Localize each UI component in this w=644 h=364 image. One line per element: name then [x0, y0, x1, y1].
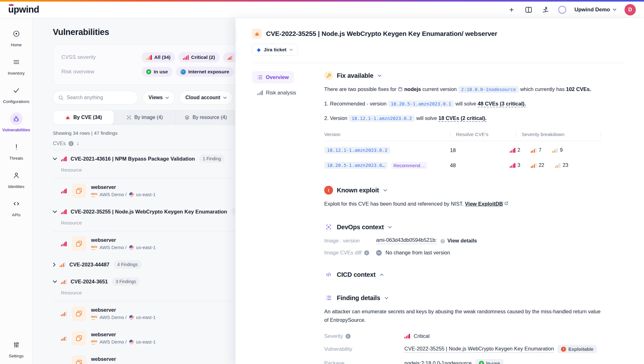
sliders-icon	[10, 338, 23, 351]
col-header-version: Version	[324, 132, 450, 137]
exploitable-badge: Exploitable	[558, 345, 597, 353]
fix-version-chip[interactable]: 18.20.5-1.amzn2023.0.1	[388, 100, 454, 107]
views-dropdown[interactable]: Views	[142, 91, 175, 105]
devops-context-header[interactable]: DevOps context	[324, 223, 613, 231]
version-chip[interactable]: 18.20.5-1.amzn2023.0…	[324, 162, 387, 169]
resource-row[interactable]: webserver awsAWS Demo /us-east-1	[53, 301, 235, 326]
info-icon[interactable]	[69, 141, 74, 146]
sidebar: Home Inventory Configurations Vulnerabil…	[0, 18, 33, 364]
tab-overview[interactable]: Overview	[252, 71, 294, 83]
sidebar-item-settings[interactable]: Settings	[2, 338, 31, 358]
sidebar-item-home[interactable]: Home	[2, 27, 31, 47]
code-brackets-icon	[10, 197, 23, 210]
vulnerability-link[interactable]: CVE-2022-35255 | Node.js WebCrypto Keyge…	[404, 346, 554, 353]
finding-count-badge: 4 Findings	[114, 260, 142, 269]
sidebar-item-identities[interactable]: Identities	[2, 169, 31, 189]
tab-by-cve[interactable]: By CVE (34)	[53, 111, 114, 124]
cves-column-label: CVEs	[53, 141, 66, 146]
results-summary: Showing 34 rows | 47 findings	[53, 130, 235, 136]
known-exploit-section: ! Known exploit Exploit for this CVE has…	[324, 186, 613, 208]
severity-bars-critical-icon	[510, 163, 515, 168]
devops-context-section: DevOps context Image : version ami-063d4…	[324, 223, 613, 256]
cves-solved-link[interactable]: 18 CVEs (2 critical).	[438, 115, 486, 122]
finding-details-header[interactable]: Finding details	[324, 293, 613, 302]
cve-row[interactable]: CVE-2021-43616 | NPM Bypass Package Vali…	[53, 150, 235, 167]
target-icon: ◎	[441, 238, 445, 244]
severity-bars-high-icon	[61, 279, 67, 284]
ami-link[interactable]: ami-063d43db0594b521b:	[376, 237, 437, 244]
sort-icon[interactable]: ↓	[76, 140, 79, 147]
org-switcher[interactable]: Upwind Demo	[575, 7, 616, 13]
chevron-down-icon	[53, 157, 57, 160]
filter-chip-all[interactable]: All (34)	[142, 52, 175, 62]
divider	[252, 63, 625, 63]
no-change-icon	[376, 250, 382, 256]
finding-count-badge: 1 Finding	[199, 155, 225, 163]
resource-meta: awsAWS Demo /us-east-1	[91, 192, 156, 197]
add-button[interactable]: +	[507, 5, 516, 14]
info-icon[interactable]	[346, 334, 351, 339]
filter-chip-internet-exposure[interactable]: Internet exposure	[176, 67, 234, 77]
known-exploit-header[interactable]: ! Known exploit	[324, 186, 613, 195]
fix-version-chip[interactable]: 18.12.1-1.amzn2023.0.2	[349, 115, 415, 122]
view-details-link[interactable]: ◎View details	[441, 238, 477, 244]
current-version-chip[interactable]: 2:18.0.0-1nodesource	[458, 86, 519, 93]
severity-bars-critical-icon	[61, 189, 67, 193]
resource-row[interactable]: webserver awsAWS Demo /us-east-1	[53, 179, 235, 203]
scan-icon	[324, 223, 333, 231]
cves-solved-link[interactable]: 48 CVEs (3 critical).	[478, 101, 526, 107]
columns-icon[interactable]	[524, 5, 533, 14]
severity-bars-medium-icon	[555, 163, 561, 168]
severity-label: Severity	[324, 333, 404, 339]
tab-by-resource[interactable]: By resource (4)	[175, 111, 235, 124]
cicd-context-header[interactable]: CICD context	[324, 270, 613, 279]
cve-row[interactable]: CVE-2024-3651 3 Findings	[53, 273, 235, 290]
cve-row[interactable]: CVE-2023-44487 4 Findings	[53, 256, 235, 273]
filter-chip-in-use[interactable]: In use	[142, 67, 173, 77]
filter-chip-high[interactable]: Hi	[223, 52, 235, 62]
chevron-right-icon	[53, 263, 56, 267]
severity-bars-critical-icon	[61, 156, 67, 161]
sidebar-item-threats[interactable]: Threats	[2, 141, 31, 161]
exclamation-icon	[10, 141, 23, 153]
tab-risk-analysis[interactable]: Risk analysis	[252, 87, 324, 99]
search-input[interactable]	[67, 95, 130, 100]
search-box[interactable]	[53, 91, 138, 105]
tab-by-image[interactable]: By image (4)	[114, 111, 175, 124]
risk-bars-icon	[257, 90, 263, 95]
table-row[interactable]: 18.20.5-1.amzn2023.0… Recommend… 48 3 22…	[324, 156, 601, 171]
jira-icon: ◆	[257, 47, 261, 53]
cve-row[interactable]: CVE-2022-35255 | Node.js WebCrypto Keyge…	[53, 203, 235, 220]
severity-bars-high-icon	[531, 148, 536, 153]
jira-ticket-button[interactable]: ◆ Jira ticket	[252, 44, 298, 56]
wrench-icon	[324, 71, 333, 80]
resource-meta: awsAWS Demo /us-east-1	[91, 315, 156, 320]
us-flag-icon	[129, 245, 134, 250]
vulnerabilities-list-panel: Vulnerabilities CVSS severity All (34) C…	[33, 18, 235, 364]
avatar[interactable]: D	[625, 4, 636, 15]
info-icon[interactable]	[364, 250, 369, 255]
cve-detail-panel: × « CVE-2022-35255 | Node.js WebCrypto K…	[235, 18, 644, 364]
sidebar-item-apis[interactable]: APIs	[2, 197, 31, 217]
sidebar-item-configurations[interactable]: Configurations	[2, 84, 31, 104]
resource-row[interactable]: webserver awsAWS Demo /us-east-1	[53, 326, 235, 350]
fix-available-header[interactable]: Fix available	[324, 71, 613, 80]
code-icon	[324, 270, 333, 279]
view-exploitdb-link[interactable]: View ExploitDB	[465, 201, 503, 207]
sidebar-item-inventory[interactable]: Inventory	[2, 56, 31, 76]
filter-chip-critical[interactable]: Critical (2)	[178, 52, 219, 62]
resource-row[interactable]: webserver awsAWS Demo /us-east-1	[53, 231, 235, 256]
surfer-icon[interactable]	[541, 5, 550, 14]
package-icon	[398, 87, 403, 92]
exploit-alert-icon	[561, 347, 566, 352]
table-row[interactable]: 18.12.1-1.amzn2023.0.2 18 2 7 9	[324, 141, 601, 156]
sidebar-item-vulnerabilities[interactable]: Vulnerabilities	[2, 112, 31, 132]
detail-title: CVE-2022-35255 | Node.js WebCrypto Keyge…	[266, 30, 497, 37]
finding-details-section: Finding details An attacker can enumerat…	[324, 293, 613, 364]
us-flag-icon	[129, 315, 134, 320]
resource-row[interactable]: webserver awsAWS Demo /us-east-1	[53, 350, 235, 364]
cloud-account-dropdown[interactable]: Cloud account	[179, 91, 232, 105]
resource-column-header: Resource	[53, 290, 235, 301]
cicd-context-section: CICD context	[324, 270, 613, 279]
version-chip[interactable]: 18.12.1-1.amzn2023.0.2	[324, 147, 390, 154]
